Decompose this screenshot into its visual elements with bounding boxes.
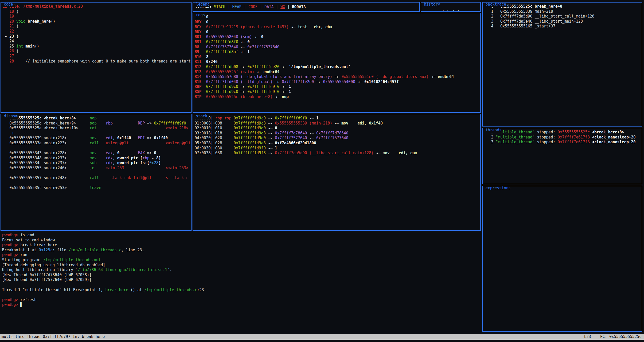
disasm-line: 0x55555555533e <main+223> call usleep@pl…: [3, 141, 191, 146]
code-line: 24: [3, 39, 191, 44]
regs-line: RDX 0: [195, 30, 480, 35]
regs-line: R15 0x7ffff7ffd040 (_rtld_global) —▸ 0x7…: [195, 80, 480, 85]
legend-panel: legend LEGEND: STACK | HEAP | CODE | DAT…: [193, 2, 420, 12]
terminal-line: pwndbg> ▌: [2, 302, 480, 307]
terminal-line: [Thread debugging using libthread_db ena…: [2, 263, 480, 268]
regs-line: R13 0x55555555525f (main) ◂— endbr64: [195, 70, 480, 75]
backtrace-row: ► 0 0x55555555525c break_here+8: [484, 4, 641, 9]
terminal-line: [2, 283, 480, 288]
code-panel-title: code: [3, 2, 14, 7]
backtrace-panel: backtrace ► 0 0x55555555525c break_here+…: [482, 2, 642, 127]
status-bar: multi-thre Thread 0x7ffff7d797 In: break…: [0, 334, 644, 340]
regs-line: R9 0x7fffffffd8af ◂— 1: [195, 50, 480, 55]
expressions-lines: [483, 186, 642, 331]
disasm-panel-title: disasm: [3, 114, 18, 119]
disasm-line: 0x55555555534c <main+237> sub rdx, qword…: [3, 161, 191, 166]
legend-panel-title: legend: [195, 2, 210, 7]
terminal-line: pwndbg> refresh: [2, 298, 480, 303]
backtrace-panel-title: backtrace: [485, 2, 507, 7]
stack-lines: 00:0000│ rbp rsp 0x7fffffffd9c0 —▸ 0x7ff…: [193, 114, 480, 230]
threads-panel-title: threads: [485, 128, 502, 133]
threads-panel: threads ► 1 "multiple_thread" stopped: 0…: [482, 128, 642, 184]
disasm-line: 0x55555555525d <break_here+9> pop rbp RB…: [3, 121, 191, 126]
code-line: 28 // Initialize semaphore with count 0 …: [3, 59, 191, 64]
code-line: 19: [3, 14, 191, 19]
disasm-line: 0x555555555355 <main+246> je main+253 <m…: [3, 166, 191, 171]
threads-lines: ► 1 "multiple_thread" stopped: 0x5555555…: [483, 128, 642, 184]
regs-line: RAX 0: [195, 15, 480, 20]
disasm-line: 0x555555555339 <main+218> mov edi, 0x1f4…: [3, 136, 191, 141]
terminal-line: Thread 1 "multiple_thread" hit Breakpoin…: [2, 288, 480, 293]
code-line: 25 int main(): [3, 44, 191, 49]
stack-line: 02:0010│+010 0x7fffffffd9d0 ◂— 0: [195, 126, 480, 131]
disasm-line: [3, 146, 191, 151]
regs-line: R14 0x555555557d88 (__do_global_dtors_au…: [195, 74, 480, 80]
terminal-line: [New Thread 0x7ffff7d78640 (LWP 67058)]: [2, 273, 480, 278]
regs-line: RSP 0x7fffffffd9c0 —▸ 0x7fffffffd9f0 ◂— …: [195, 89, 480, 95]
legend-line: LEGEND: STACK | HEAP | CODE | DATA | WX …: [193, 3, 419, 11]
regs-line: R8 0x7ffff7577640 ◂— 0x7ffff7577640: [195, 45, 480, 50]
code-line: 18 }: [3, 9, 191, 14]
code-line: 20 void break_here(): [3, 19, 191, 24]
disasm-line: 0x555555555348 <main+233> mov rdx, qword…: [3, 156, 191, 161]
code-line: 21 {: [3, 24, 191, 29]
status-bar-right: L23 PC: 0x55555555525c: [584, 334, 641, 340]
terminal-line: Starting program: /tmp/multiple_threads.…: [2, 258, 480, 263]
regs-line: RIP 0x55555555525c (break_here+8) ◂— nop: [195, 95, 480, 100]
disasm-line: 0x55555555535c <main+253> leave: [3, 185, 191, 191]
expressions-panel: expressions: [482, 186, 642, 332]
terminal-line: Using host libthread_db library "/lib/x8…: [2, 268, 480, 273]
history-back-button[interactable]: [←]: [442, 10, 449, 11]
disasm-line: [3, 181, 191, 186]
disasm-line: ► 0x55555555525c <break_here+8> nop: [3, 116, 191, 121]
regs-line: R11 0x246: [195, 59, 480, 65]
threads-row: ► 1 "multiple_thread" stopped: 0x5555555…: [484, 130, 641, 135]
regs-panel-title: regs: [195, 13, 206, 18]
code-line: ► 23 }: [3, 34, 191, 39]
code-lines: In file: /tmp/multiple_threads.c:23 18 }…: [1, 3, 191, 112]
status-bar-left: multi-thre Thread 0x7ffff7d797 In: break…: [2, 334, 105, 340]
backtrace-row: 3 0x7ffff7da5e40 __libc_start_main+128: [484, 19, 641, 24]
terminal-line: pwndbg> fs cmd: [2, 233, 480, 238]
regs-line: RBP 0x7fffffffd9c0 —▸ 0x7fffffffd9f0 ◂— …: [195, 84, 480, 89]
terminal-line: [2, 292, 480, 298]
terminal-line: Focus set to cmd window.: [2, 238, 480, 243]
regs-line: R12 0x7fffffffdb08 —▸ 0x7fffffffde20 ◂— …: [195, 65, 480, 70]
stack-panel: stack 00:0000│ rbp rsp 0x7fffffffd9c0 —▸…: [193, 114, 481, 231]
registers-panel: regs RAX 0RBX 0RCX 0x7ffff7e11219 (pthre…: [193, 13, 481, 113]
backtrace-lines: ► 0 0x55555555525c break_here+8 1 0x5555…: [483, 3, 642, 126]
stack-line: 06:0030│+030 0x7fffffffd9f0 ◂— 1: [195, 146, 480, 151]
terminal-output[interactable]: pwndbg> fs cmdFocus set to cmd window.pw…: [2, 233, 480, 333]
stack-line: 00:0000│ rbp rsp 0x7fffffffd9c0 —▸ 0x7ff…: [195, 116, 480, 121]
code-panel: code In file: /tmp/multiple_threads.c:23…: [1, 2, 192, 113]
disasm-panel: disasm ► 0x55555555525c <break_here+8> n…: [1, 114, 192, 231]
code-line: 22: [3, 29, 191, 34]
threads-row: 3 "multiple_thread" stopped: 0x7ffff7e61…: [484, 140, 641, 145]
stack-line: 03:0018│+018 0x7fffffffd9d8 —▸ 0x7ffff7d…: [195, 131, 480, 136]
regs-line: RDI 0x555555558040 (sem) ◂— 0: [195, 35, 480, 40]
legend-line: LEGEND: STACK | HEAP | CODE | DATA | WX …: [196, 5, 419, 10]
code-line: 27: [3, 54, 191, 59]
regs-line: R10 8: [195, 55, 480, 60]
disasm-line: [3, 171, 191, 176]
history-panel: history [←][→]: [421, 2, 481, 12]
terminal-line: pwndbg> run: [2, 253, 480, 258]
expressions-panel-title: expressions: [485, 186, 511, 191]
backtrace-row: 1 0x555555555339 main+218: [484, 9, 641, 14]
terminal-line: [New Thread 0x7ffff7577640 (LWP 67059)]: [2, 277, 480, 283]
regs-lines: RAX 0RBX 0RCX 0x7ffff7e11219 (pthread_cr…: [193, 13, 480, 112]
pwndbg-terminal: code In file: /tmp/multiple_threads.c:23…: [0, 0, 644, 342]
backtrace-row: 4 0x555555555165 _start+37: [484, 24, 641, 29]
backtrace-row: 2 0x7ffff7da5d90 __libc_start_call_main+…: [484, 14, 641, 19]
code-line: 26 {: [3, 49, 191, 54]
terminal-line: Breakpoint 1 at 0x125c: file /tmp/multip…: [2, 248, 480, 253]
threads-row: 2 "multiple_thread" stopped: 0x7ffff7e61…: [484, 135, 641, 140]
regs-line: RCX 0x7ffff7e11219 (pthread_create+1497)…: [195, 25, 480, 30]
disasm-line: 0x55555555525e <break_here+10> ret <main…: [3, 126, 191, 131]
stack-line: 01:0008│+008 0x7fffffffd9c8 —▸ 0x5555555…: [195, 121, 480, 126]
disasm-line: 0x555555555357 <main+248> call __stack_c…: [3, 176, 191, 181]
history-forward-button[interactable]: [→]: [452, 10, 459, 11]
stack-line: 04:0020│+020 0x7fffffffd9e0 —▸ 0x7ffff75…: [195, 136, 480, 141]
stack-line: 05:0028│+028 0x7fffffffd9e8 ◂— 0xf7a4866…: [195, 141, 480, 146]
regs-line: RSI 0x7fffffffd8f0 ◂— 0: [195, 40, 480, 45]
